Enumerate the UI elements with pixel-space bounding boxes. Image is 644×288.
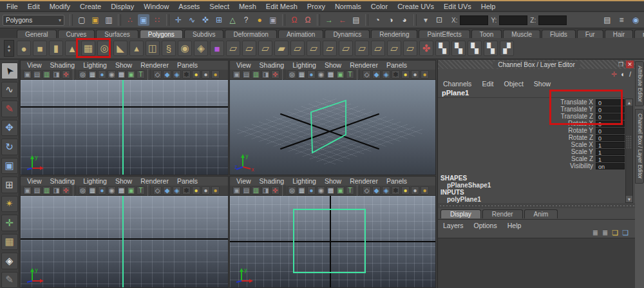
viewport-menu-item[interactable]: Show [325, 177, 341, 185]
shelf-tab[interactable]: PaintEffects [419, 30, 469, 38]
bridge-icon[interactable]: ▱ [403, 41, 417, 56]
channel-box-menu-item[interactable]: Object [504, 80, 523, 88]
make-live-icon[interactable]: △ [227, 14, 238, 26]
wireframe-mode-icon[interactable]: ◎ [288, 70, 296, 79]
channel-value-field[interactable]: 1 [596, 142, 625, 148]
smooth-icon[interactable]: ▱ [290, 41, 305, 56]
channel-label[interactable]: Scale Y [571, 148, 593, 155]
viewport-canvas[interactable]: y [21, 196, 228, 287]
menu-item[interactable]: Modify [50, 3, 70, 10]
viewport-menu-item[interactable]: Panels [386, 177, 407, 185]
channel-box-menu-item[interactable]: Channels [443, 80, 471, 88]
channel-value-field[interactable]: 0 [596, 113, 625, 120]
poly-pyramid-icon[interactable]: ▴ [129, 41, 144, 56]
shelf-tab[interactable]: Fluids [542, 30, 576, 38]
use-default-material-icon[interactable]: ◉ [317, 186, 325, 195]
wireframe-mode-icon[interactable]: ◎ [79, 70, 87, 79]
texture-placement-icon[interactable]: T [346, 70, 354, 79]
xray-mode-icon[interactable]: ▩ [327, 70, 335, 79]
channel-label[interactable]: Scale Z [571, 155, 593, 162]
spherical-mapping-icon[interactable]: ▚ [468, 41, 482, 56]
mirror-geometry-icon[interactable]: ▱ [371, 41, 385, 56]
quick-layout-editor-button[interactable]: ✎ [1, 272, 18, 288]
poly-platonic-solid-icon[interactable]: ◈ [194, 41, 208, 56]
lasso-select-tool[interactable]: ∿ [1, 82, 18, 99]
menu-item[interactable]: Display [111, 3, 134, 10]
channel-label[interactable]: Translate Y [560, 106, 593, 113]
viewport-menu-item[interactable]: View [27, 177, 42, 185]
poly-cone-icon[interactable]: ▲ [65, 41, 79, 56]
shelf-tab[interactable]: Deformation [225, 30, 276, 38]
textured-cube-display-icon[interactable]: ◈ [382, 186, 390, 195]
wire-cube-display-icon[interactable]: ◇ [153, 70, 162, 79]
viewport-menu-item[interactable]: Show [325, 61, 341, 69]
render-current-frame-icon[interactable]: ◔ [372, 14, 383, 26]
quadrangulate-icon[interactable]: ▱ [339, 41, 353, 56]
render-gear-icon[interactable]: ✽ [392, 186, 400, 195]
xray-mode-icon[interactable]: ▩ [327, 186, 335, 195]
poly-plane-icon[interactable]: ▦ [81, 41, 95, 56]
menu-item[interactable]: Assets [178, 3, 200, 10]
layer-editor-tab[interactable]: Anim [524, 209, 558, 218]
selection-mask-dropdown-icon[interactable]: ▾ [420, 14, 431, 26]
poly-sphere-icon[interactable]: ● [17, 41, 31, 56]
layer-editor-tab[interactable]: Display [440, 209, 481, 218]
channel-value-field[interactable]: 0 [596, 120, 625, 127]
select-by-component-icon[interactable]: ∷ [151, 14, 163, 26]
texture-placement-icon[interactable]: T [137, 186, 145, 195]
shelf-tab[interactable]: Toon [471, 30, 502, 38]
textured-mode-icon[interactable]: ● [307, 70, 316, 79]
combine-icon[interactable]: ▱ [226, 41, 240, 56]
shaded-cube-display-icon[interactable]: ◆ [163, 186, 171, 195]
last-tool-poly-plane[interactable]: ▦ [1, 234, 18, 251]
render-gear-icon[interactable]: ✽ [182, 186, 191, 195]
layer-editor-menu-item[interactable]: Layers [443, 222, 464, 229]
select-camera-icon[interactable]: ▣ [23, 186, 32, 195]
textured-cube-display-icon[interactable]: ◈ [173, 70, 181, 79]
uv-texture-editor-icon[interactable]: ▞ [500, 41, 514, 56]
sculpt-geometry-tool-icon[interactable]: ✤ [419, 41, 433, 56]
viewport-menu-item[interactable]: View [236, 61, 251, 69]
shaded-cube-display-icon[interactable]: ◆ [163, 70, 171, 79]
viewport-menu-item[interactable]: Lighting [83, 177, 107, 185]
universal-manipulator-tool[interactable]: ⊞ [1, 177, 18, 193]
select-camera-icon[interactable]: ▣ [232, 70, 241, 79]
menu-item[interactable]: File [6, 3, 18, 10]
wire-cube-display-icon[interactable]: ◇ [363, 186, 371, 195]
tool-settings-toggle-icon[interactable]: ≡ [616, 14, 627, 26]
wire-cube-display-icon[interactable]: ◇ [153, 186, 162, 195]
layer-editor-tab[interactable]: Render [482, 209, 523, 218]
channel-value-field[interactable]: 0 [596, 99, 625, 106]
channel-label[interactable]: Rotate Y [568, 127, 593, 134]
menu-item[interactable]: Proxy [307, 3, 325, 10]
channel-box-menu-item[interactable]: Show [534, 80, 551, 88]
snap-to-view-planes-icon[interactable]: ⊞ [213, 14, 225, 26]
viewport-menu-item[interactable]: Renderer [350, 177, 378, 185]
viewport-menu-item[interactable]: Renderer [350, 61, 378, 69]
separate-icon[interactable]: ▱ [242, 41, 256, 56]
channel-value-field[interactable]: 0 [596, 128, 625, 134]
viewport-canvas[interactable]: y x z [230, 80, 435, 175]
shaded-cube-display-icon[interactable]: ◆ [372, 70, 381, 79]
merge-vertices-icon[interactable]: ▱ [387, 41, 401, 56]
layer-hide-icon[interactable]: ≣ [602, 229, 608, 237]
y-input[interactable] [499, 15, 527, 25]
snap-magnet-one-icon[interactable]: Ω [289, 14, 300, 26]
two-d-pan-zoom-icon[interactable]: ✜ [62, 186, 70, 195]
shelf-tab[interactable]: Polygons [140, 30, 183, 38]
bookmark-icon[interactable]: ▥ [43, 186, 51, 195]
snap-to-points-icon[interactable]: ✜ [200, 14, 211, 26]
ipr-render-icon[interactable]: ◑ [385, 14, 397, 26]
channel-label[interactable]: Translate Z [561, 113, 593, 120]
viewport-menu-item[interactable]: Shading [50, 61, 75, 69]
planar-mapping-icon[interactable]: ▚ [435, 41, 450, 56]
default-lighting-icon[interactable]: ● [411, 70, 419, 79]
viewport-menu-item[interactable]: Shading [260, 61, 285, 69]
speed-contrast-icon[interactable]: ◐ [621, 70, 625, 79]
side-panel-tab[interactable]: Channel Box / Layer Editor [635, 109, 644, 184]
default-lighting-icon[interactable]: ● [202, 186, 210, 195]
two-d-pan-zoom-icon[interactable]: ✜ [271, 70, 279, 79]
shelf-collapse-arrows[interactable]: ▲▼ [4, 40, 14, 57]
xray-mode-icon[interactable]: ▩ [117, 186, 126, 195]
render-settings-icon[interactable]: ◕ [399, 14, 410, 26]
